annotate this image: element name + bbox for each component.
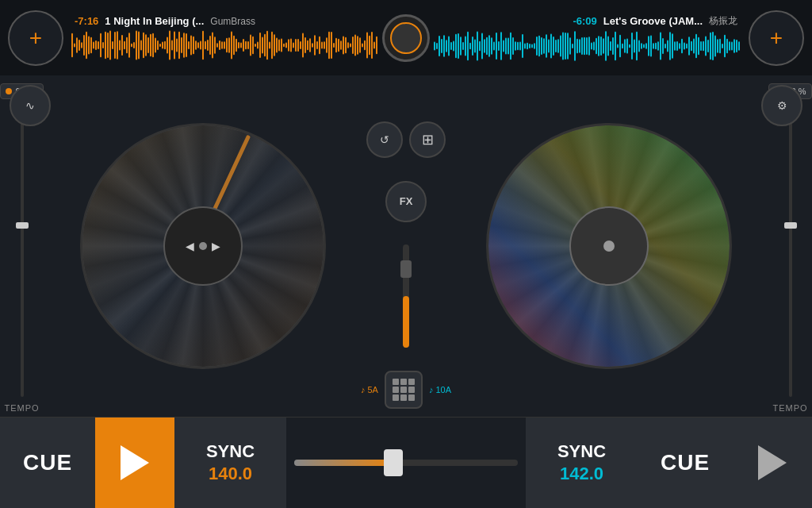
svg-rect-30 [143,33,144,58]
play-icon-left [121,445,149,480]
svg-rect-103 [316,41,318,49]
svg-rect-45 [178,32,180,60]
svg-rect-126 [371,32,373,59]
sync-rotate-button[interactable]: ↺ [366,121,403,158]
svg-rect-236 [688,37,690,56]
wave-icon: ∿ [25,99,35,112]
left-key-info: ♪ 5A [361,385,378,394]
svg-rect-168 [527,43,528,50]
cue-left-button[interactable]: CUE [0,418,95,509]
svg-rect-147 [477,32,478,61]
svg-rect-174 [541,37,542,55]
play-right-button[interactable] [733,418,812,509]
crossfader-thumb[interactable] [384,449,403,476]
cue-right-button[interactable]: CUE [638,418,733,509]
svg-rect-112 [338,39,339,52]
svg-rect-89 [283,44,285,47]
right-deck-area [450,75,768,417]
svg-rect-41 [169,30,170,60]
svg-rect-157 [500,32,502,60]
svg-rect-66 [228,37,230,52]
svg-rect-127 [373,42,375,49]
svg-rect-31 [145,34,147,56]
next-icon[interactable]: ▶ [212,240,220,252]
right-vinyl[interactable] [486,123,732,369]
center-volume-slider[interactable] [403,244,409,348]
wave-button[interactable]: ∿ [10,85,51,126]
crossfader-track[interactable] [294,460,518,466]
svg-rect-242 [703,41,704,52]
svg-rect-164 [517,42,519,50]
center-controls: ↺ ⊞ FX ♪ 5A [362,75,450,417]
svg-rect-51 [193,37,194,55]
svg-rect-108 [328,32,330,60]
grid-button[interactable] [385,371,423,409]
sync-left-button[interactable]: SYNC 140.0 [174,418,286,509]
right-key-info: ♪ 10A [429,385,451,394]
svg-rect-57 [207,40,209,51]
svg-rect-193 [586,37,588,55]
bottom-bar: CUE SYNC 140.0 SYNC 142.0 CUE [0,417,812,508]
add-right-button[interactable]: + [749,10,804,66]
svg-rect-172 [536,37,538,56]
right-track-name: Let's Groove (JAM... [603,15,703,27]
svg-rect-27 [136,31,137,60]
svg-rect-203 [610,41,611,51]
svg-rect-189 [576,39,578,54]
svg-rect-117 [350,44,351,48]
svg-rect-140 [460,37,462,55]
right-track-info: -6:09 Let's Groove (JAM... 杨振龙 [434,13,741,29]
right-tempo-thumb [784,222,797,229]
svg-rect-160 [508,38,509,55]
volume-thumb [400,260,412,278]
svg-rect-131 [439,36,440,56]
svg-rect-240 [698,37,699,56]
svg-rect-138 [455,34,457,58]
add-left-button[interactable]: + [8,10,63,66]
svg-rect-137 [453,41,454,52]
svg-rect-7 [88,37,90,55]
svg-rect-235 [686,44,688,48]
right-waveform-visual [434,29,741,63]
svg-rect-21 [121,35,123,56]
svg-rect-86 [276,37,278,52]
svg-rect-32 [147,37,149,53]
svg-rect-211 [629,44,630,48]
right-tempo-slider[interactable] [789,106,792,397]
svg-rect-233 [681,39,683,54]
svg-rect-250 [722,44,723,48]
svg-rect-192 [584,37,585,55]
right-tempo-label: TEMPO [772,403,807,413]
right-track-time: -6:09 [573,15,596,27]
left-vinyl[interactable]: ◀ ▶ [80,123,326,369]
svg-rect-248 [717,39,718,52]
svg-rect-70 [238,42,239,48]
grid-dot [400,379,407,385]
right-track-artist: 杨振龙 [709,14,737,28]
prev-icon[interactable]: ◀ [186,240,194,252]
svg-rect-91 [288,39,289,51]
svg-rect-13 [102,42,104,48]
fx-button[interactable]: FX [385,181,427,222]
sync-right-button[interactable]: SYNC 142.0 [526,418,638,509]
svg-rect-99 [307,40,308,51]
left-tempo-slider[interactable] [21,106,24,397]
svg-rect-152 [488,35,490,57]
eq-button[interactable]: ⊞ [409,121,446,158]
svg-rect-9 [93,41,94,48]
svg-rect-226 [665,44,666,48]
svg-rect-254 [731,42,733,51]
right-tempo-area: 0.0 % TEMPO [768,75,812,417]
svg-rect-59 [212,33,213,59]
svg-rect-234 [684,42,685,49]
grid-dot [393,394,399,401]
svg-rect-93 [293,43,294,48]
play-left-button[interactable] [95,418,174,509]
gear-button[interactable]: ⚙ [761,85,802,126]
svg-rect-229 [672,33,673,59]
svg-rect-173 [538,36,540,57]
svg-rect-201 [605,31,607,61]
svg-rect-228 [669,32,671,60]
svg-rect-210 [626,38,628,53]
grid-dot [393,387,399,393]
